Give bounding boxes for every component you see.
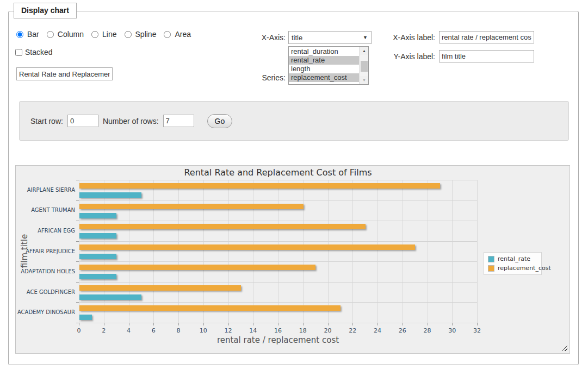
gridline-vertical	[477, 180, 478, 323]
x-axis-select[interactable]: title ▼	[288, 31, 372, 44]
y-tick-mark	[76, 200, 79, 201]
radio-bar[interactable]	[16, 31, 23, 38]
gridline-vertical	[328, 180, 329, 323]
x-axis-label-input[interactable]	[439, 31, 534, 43]
go-button[interactable]: Go	[207, 114, 233, 128]
x-tick-label: 4	[121, 327, 137, 334]
series-options: rental_durationrental_ratelengthreplacem…	[289, 47, 359, 82]
y-axis-label-input[interactable]	[439, 50, 534, 62]
gridline-horizontal	[79, 200, 477, 201]
x-tick-label: 22	[344, 327, 361, 334]
x-tick-label: 16	[270, 327, 286, 334]
category-label: AGENT TRUMAN	[16, 207, 75, 213]
series-option-length[interactable]: length	[289, 65, 359, 73]
bar-replacement_cost	[79, 265, 315, 270]
legend-label: replacement_cost	[498, 265, 551, 272]
x-tick-label: 26	[394, 327, 411, 334]
gridline-vertical	[352, 180, 353, 323]
bar-rental_rate	[79, 294, 141, 300]
y-tick-mark	[76, 323, 79, 323]
gridline-vertical	[79, 180, 79, 323]
bar-rental_rate	[79, 233, 116, 239]
y-tick-mark	[76, 241, 79, 242]
bar-rental_rate	[79, 274, 116, 279]
gridline-vertical	[253, 180, 253, 323]
y-tick-mark	[76, 180, 79, 180]
series-option-replacement_cost[interactable]: replacement_cost	[289, 73, 359, 82]
bar-rental_rate	[79, 192, 141, 198]
radio-area-label: Area	[175, 30, 191, 39]
category-label: ACADEMY DINOSAUR	[16, 309, 75, 315]
chevron-down-icon: ▼	[363, 35, 371, 40]
gridline-vertical	[403, 180, 403, 323]
x-tick-label: 10	[195, 327, 212, 334]
series-multiselect[interactable]: rental_durationrental_ratelengthreplacem…	[288, 46, 369, 85]
radio-bar-label: Bar	[27, 30, 39, 39]
start-row-input[interactable]	[67, 115, 98, 127]
gridline-horizontal	[79, 180, 477, 180]
radio-area[interactable]	[164, 31, 171, 38]
resize-grip-icon[interactable]	[561, 345, 567, 351]
gridline-horizontal	[79, 261, 477, 262]
y-axis-label-caption: Y-Axis label:	[391, 52, 435, 61]
x-tick-label: 8	[170, 327, 187, 334]
gridline-vertical	[452, 180, 453, 323]
bar-rental_rate	[79, 254, 116, 259]
x-tick-label: 6	[145, 327, 162, 334]
legend-item-replacement_cost[interactable]: replacement_cost	[488, 265, 537, 272]
radio-line[interactable]	[91, 31, 98, 38]
chart-container: Rental Rate and Replacement Cost of Film…	[15, 165, 570, 354]
gridline-horizontal	[79, 221, 477, 221]
y-tick-mark	[76, 302, 79, 303]
chart-title-input[interactable]	[16, 67, 113, 80]
x-tick-label: 12	[220, 327, 237, 334]
legend-item-rental_rate[interactable]: rental_rate	[488, 255, 537, 262]
category-label: AIRPLANE SIERRA	[16, 187, 75, 193]
x-tick-label: 14	[245, 327, 261, 334]
radio-spline[interactable]	[125, 31, 132, 38]
y-tick-mark	[76, 261, 79, 262]
bar-replacement_cost	[79, 204, 304, 209]
scroll-up-icon[interactable]: ▲	[360, 47, 369, 55]
scrollbar-thumb[interactable]	[361, 61, 368, 72]
radio-line-label: Line	[102, 30, 116, 39]
gridline-vertical	[178, 180, 179, 323]
legend-label: rental_rate	[498, 255, 530, 262]
x-tick-label: 30	[444, 327, 460, 334]
legend-swatch-icon	[488, 256, 494, 262]
series-option-rental_rate[interactable]: rental_rate	[289, 56, 359, 65]
stacked-checkbox-row: Stacked	[15, 48, 53, 57]
stacked-checkbox[interactable]	[15, 49, 22, 56]
series-option-rental_duration[interactable]: rental_duration	[289, 47, 359, 56]
y-tick-mark	[76, 282, 79, 283]
x-axis-selected-value: title	[289, 34, 363, 42]
radio-spline-label: Spline	[135, 30, 157, 39]
radio-column[interactable]	[47, 31, 54, 38]
series-scrollbar[interactable]: ▲ ▼	[359, 47, 368, 84]
x-tick-mark	[477, 323, 478, 325]
gridline-vertical	[203, 180, 204, 323]
chart-legend: rental_ratereplacement_cost	[484, 252, 542, 275]
legend-swatch-icon	[488, 265, 494, 272]
bar-replacement_cost	[79, 183, 440, 189]
gridline-vertical	[278, 180, 278, 323]
gridline-vertical	[228, 180, 229, 323]
bar-rental_rate	[79, 213, 116, 218]
scroll-down-icon[interactable]: ▼	[360, 76, 369, 84]
category-label: ADAPTATION HOLES	[16, 268, 75, 274]
category-label: AFFAIR PREJUDICE	[16, 248, 75, 254]
gridline-vertical	[129, 180, 129, 323]
stacked-label: Stacked	[25, 48, 53, 57]
gridline-vertical	[303, 180, 304, 323]
number-of-rows-input[interactable]	[163, 115, 194, 127]
fieldset-legend: Display chart	[14, 3, 77, 18]
gridline-vertical	[153, 180, 154, 323]
category-label: ACE GOLDFINGER	[16, 289, 75, 295]
radio-column-label: Column	[58, 30, 84, 39]
bar-replacement_cost	[79, 224, 366, 229]
rows-control-panel: Start row: Number of rows: Go	[19, 101, 569, 141]
bar-replacement_cost	[79, 305, 341, 311]
gridline-horizontal	[79, 302, 477, 303]
chart-type-radio-group: Bar Column Line Spline Area	[16, 30, 191, 39]
x-axis-title: rental rate / replacement cost	[79, 335, 477, 345]
